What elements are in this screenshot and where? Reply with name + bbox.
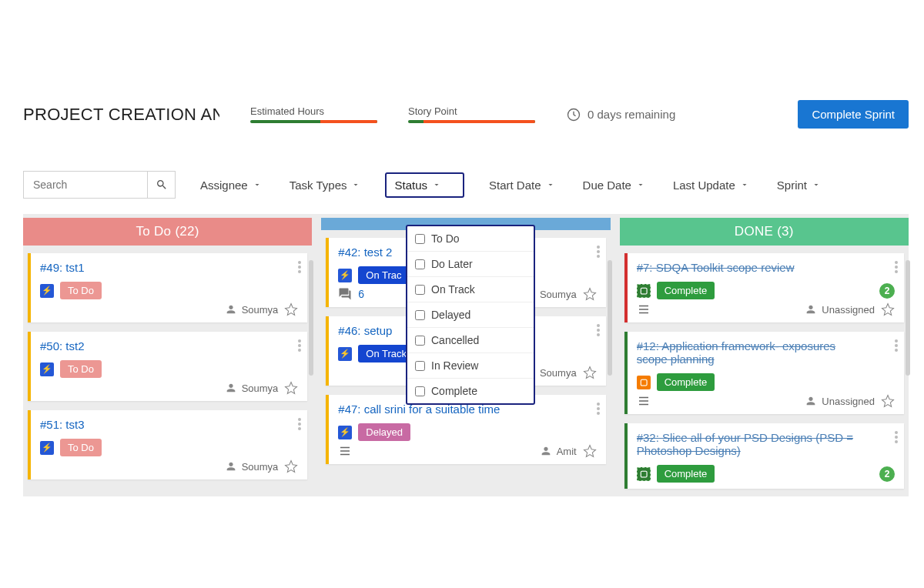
assignee-name: Soumya xyxy=(242,383,279,394)
person-icon xyxy=(805,303,817,316)
status-badge: Complete xyxy=(657,465,715,483)
project-title: PROJECT CREATION AN… xyxy=(23,105,219,125)
assignee: Unassigned xyxy=(805,303,875,316)
status-checkbox[interactable] xyxy=(415,310,425,320)
status-option-complete[interactable]: Complete xyxy=(407,379,534,403)
status-option-label: In Review xyxy=(431,359,478,372)
status-checkbox[interactable] xyxy=(415,386,425,396)
status-dropdown: To Do Do Later On Track Delayed Cancelle… xyxy=(406,225,535,405)
star-icon[interactable] xyxy=(583,444,597,458)
search-input[interactable] xyxy=(24,172,147,198)
status-checkbox[interactable] xyxy=(415,336,425,346)
task-type-icon: ▢ xyxy=(637,467,651,481)
assignee: Unassigned xyxy=(805,395,875,407)
filter-due-date[interactable]: Due Date xyxy=(580,174,648,196)
status-option-inreview[interactable]: In Review xyxy=(407,353,534,379)
filter-status[interactable]: Status xyxy=(385,172,464,198)
task-type-icon: ⚡ xyxy=(338,347,352,361)
card-title: #12: Application framework- exposures sc… xyxy=(637,339,859,366)
task-card[interactable]: #47: call srini for a suitable time ⚡ De… xyxy=(326,395,605,464)
card-menu[interactable] xyxy=(298,339,301,352)
estimated-hours-bar xyxy=(250,120,377,123)
task-card[interactable]: #51: tst3 ⚡ To Do Soumya xyxy=(28,410,307,479)
status-option-label: On Track xyxy=(431,283,475,296)
status-option-label: Cancelled xyxy=(431,334,479,346)
person-icon xyxy=(225,382,237,394)
star-icon[interactable] xyxy=(881,302,895,316)
card-menu[interactable] xyxy=(298,261,301,273)
card-menu[interactable] xyxy=(895,261,898,273)
task-card[interactable]: #49: tst1 ⚡ To Do Soumya xyxy=(28,253,307,322)
filter-task-types-label: Task Types xyxy=(290,179,347,192)
star-icon[interactable] xyxy=(583,287,597,301)
status-checkbox[interactable] xyxy=(415,234,425,244)
column-done-header: DONE (3) xyxy=(620,218,909,246)
task-card[interactable]: #32: Slice all of your PSD Designs (PSD … xyxy=(624,423,904,489)
task-card[interactable]: #12: Application framework- exposures sc… xyxy=(624,332,904,414)
status-option-cancelled[interactable]: Cancelled xyxy=(407,328,534,353)
filter-task-types[interactable]: Task Types xyxy=(286,174,364,196)
status-option-label: Complete xyxy=(431,385,477,397)
search-button[interactable] xyxy=(147,172,175,198)
status-badge: To Do xyxy=(60,439,102,456)
filter-last-update[interactable]: Last Update xyxy=(670,174,752,196)
complete-sprint-button[interactable]: Complete Sprint xyxy=(798,100,909,129)
chevron-down-icon xyxy=(636,180,645,189)
chevron-down-icon xyxy=(253,180,262,189)
card-menu[interactable] xyxy=(597,246,600,258)
task-card[interactable]: #50: tst2 ⚡ To Do Soumya xyxy=(28,332,307,401)
filter-status-label: Status xyxy=(394,179,427,192)
card-menu[interactable] xyxy=(597,324,600,336)
estimated-hours-label: Estimated Hours xyxy=(250,105,377,117)
card-menu[interactable] xyxy=(298,418,301,430)
list-icon xyxy=(338,444,352,458)
status-option-dolater[interactable]: Do Later xyxy=(407,252,534,277)
assignee: Amit xyxy=(540,445,577,457)
task-type-icon: ⚡ xyxy=(40,441,54,455)
star-icon[interactable] xyxy=(284,459,298,473)
assignee-name: Unassigned xyxy=(822,396,875,407)
star-icon[interactable] xyxy=(284,381,298,395)
status-badge: To Do xyxy=(60,282,102,299)
column-done: DONE (3) #7: SDQA Toolkit scope review ▢… xyxy=(620,218,909,489)
status-option-ontrack[interactable]: On Track xyxy=(407,277,534,302)
clock-icon xyxy=(566,107,581,122)
filter-assignee[interactable]: Assignee xyxy=(197,174,265,196)
status-badge: On Trac xyxy=(358,266,409,284)
card-title: #7: SDQA Toolkit scope review xyxy=(637,261,864,274)
search-icon xyxy=(156,179,168,191)
assignee: Soumya xyxy=(225,382,279,394)
task-type-icon: ▢ xyxy=(637,284,651,298)
task-card[interactable]: #7: SDQA Toolkit scope review ▢ Complete… xyxy=(624,253,904,322)
task-type-icon: ⚡ xyxy=(40,362,54,376)
card-menu[interactable] xyxy=(597,403,600,415)
status-option-todo[interactable]: To Do xyxy=(407,226,534,252)
filter-last-update-label: Last Update xyxy=(673,179,735,192)
scrollbar[interactable] xyxy=(906,260,910,376)
star-icon[interactable] xyxy=(284,302,298,316)
status-checkbox[interactable] xyxy=(415,259,425,269)
chevron-down-icon xyxy=(546,180,555,189)
story-point-bar xyxy=(408,120,535,123)
assignee-name: Soumya xyxy=(540,367,577,379)
star-icon[interactable] xyxy=(881,394,895,408)
column-todo-header: To Do (22) xyxy=(23,218,312,246)
assignee-name: Soumya xyxy=(242,461,279,473)
days-remaining-text: 0 days remaining xyxy=(588,108,675,121)
filter-sprint[interactable]: Sprint xyxy=(774,174,824,196)
star-icon[interactable] xyxy=(583,366,597,379)
story-point-progress: Story Point xyxy=(408,105,535,123)
status-checkbox[interactable] xyxy=(415,285,425,295)
days-remaining: 0 days remaining xyxy=(566,107,675,122)
status-option-delayed[interactable]: Delayed xyxy=(407,302,534,328)
chevron-down-icon xyxy=(351,180,360,189)
status-option-label: Delayed xyxy=(431,309,470,321)
status-checkbox[interactable] xyxy=(415,361,425,371)
filter-start-date[interactable]: Start Date xyxy=(486,174,558,196)
assignee-name: Amit xyxy=(557,446,577,457)
status-badge: To Do xyxy=(60,360,102,378)
card-menu[interactable] xyxy=(895,431,898,443)
scrollbar[interactable] xyxy=(309,260,313,376)
scrollbar[interactable] xyxy=(608,260,612,376)
card-menu[interactable] xyxy=(895,339,898,352)
